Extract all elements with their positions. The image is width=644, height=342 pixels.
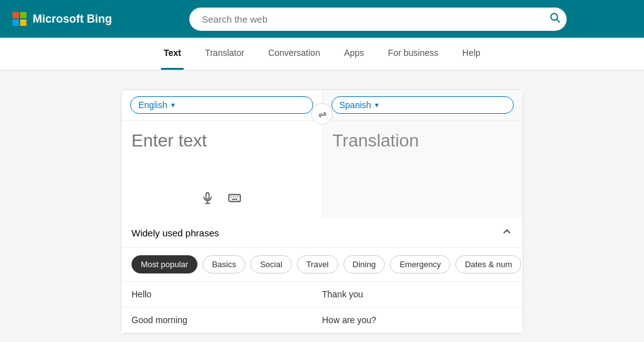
keyboard-icon [228,191,242,205]
chevron-down-icon: ▾ [171,101,175,109]
swap-icon: ⇌ [318,108,326,120]
nav-item-translator[interactable]: Translator [203,38,247,70]
phrase-tab-basics[interactable]: Basics [203,255,245,273]
svg-line-1 [557,19,559,22]
svg-rect-2 [206,193,209,199]
translator-main: English ▾ [121,90,523,218]
phrase-tab-emergency[interactable]: Emergency [390,255,450,273]
search-bar [189,8,567,31]
phrase-tab-most-popular[interactable]: Most popular [131,255,197,273]
nav-item-for-business[interactable]: For business [386,38,441,70]
phrase-list: Hello Thank you Good morning How are you… [121,282,523,333]
phrase-translation: Thank you [322,289,513,299]
phrases-section: Widely used phrases Most popular Basics … [121,218,523,333]
microphone-button[interactable] [199,189,216,211]
chevron-up-icon [501,226,513,237]
phrase-source: Good morning [131,315,322,325]
source-language-dropdown[interactable]: English ▾ [130,96,313,114]
target-lang-bar: Spanish ▾ [323,90,523,121]
nav-item-help[interactable]: Help [460,38,483,70]
nav: Text Translator Conversation Apps For bu… [0,38,644,70]
main-content: English ▾ [0,70,644,342]
search-input[interactable] [189,8,567,31]
translator-box: English ▾ [121,89,523,334]
translation-output: Translation [323,121,523,218]
logo-area: Microsoft Bing [13,12,112,26]
phrase-tab-travel[interactable]: Travel [297,255,338,273]
swap-languages-button[interactable]: ⇌ [311,103,333,124]
phrase-source: Hello [131,289,322,299]
source-bottom-icons [121,184,322,218]
phrase-row: Hello Thank you [121,282,523,307]
phrase-tab-dining[interactable]: Dining [343,255,386,273]
svg-rect-5 [229,195,240,202]
nav-item-conversation[interactable]: Conversation [265,38,323,70]
chevron-down-icon-target: ▾ [375,101,379,109]
nav-item-text[interactable]: Text [161,38,184,70]
collapse-phrases-button[interactable] [501,226,513,240]
target-panel: Spanish ▾ Translation [323,90,523,218]
phrase-tab-social[interactable]: Social [250,255,291,273]
source-language-label: English [138,100,167,110]
source-lang-bar: English ▾ [121,90,322,121]
header: Microsoft Bing [0,0,644,38]
phrases-title: Widely used phrases [131,228,219,238]
microphone-icon [201,192,214,204]
phrase-tab-dates-num[interactable]: Dates & num [455,255,521,273]
target-language-dropdown[interactable]: Spanish ▾ [331,96,514,114]
source-panel: English ▾ [121,90,323,218]
phrase-translation: How are you? [322,315,513,325]
search-icon [549,12,560,23]
phrases-tabs: Most popular Basics Social Travel Dining… [121,248,523,282]
logo-text: Microsoft Bing [33,13,112,26]
keyboard-button[interactable] [225,189,244,211]
bing-logo-icon [13,12,26,26]
nav-item-apps[interactable]: Apps [341,38,367,70]
target-language-label: Spanish [340,100,372,110]
phrases-header: Widely used phrases [121,218,523,248]
phrase-row: Good morning How are you? [121,307,523,333]
source-text-input[interactable] [121,121,322,184]
search-button[interactable] [549,12,560,26]
